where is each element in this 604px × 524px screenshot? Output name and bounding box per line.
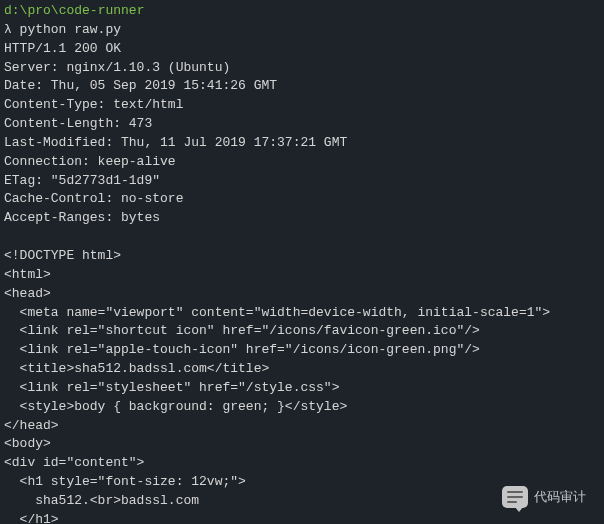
prompt-symbol: λ [4, 22, 20, 37]
path-drive: d: [4, 3, 20, 18]
output-line: <title>sha512.badssl.com</title> [4, 360, 600, 379]
path-sep2: \ [51, 3, 59, 18]
output-line [4, 228, 600, 247]
output-line: </head> [4, 417, 600, 436]
path-dir2: code-runner [59, 3, 145, 18]
terminal-output: d:\pro\code-runner λ python raw.py HTTP/… [0, 0, 604, 524]
output-block: HTTP/1.1 200 OKServer: nginx/1.10.3 (Ubu… [4, 40, 600, 524]
output-line: <html> [4, 266, 600, 285]
output-line: Server: nginx/1.10.3 (Ubuntu) [4, 59, 600, 78]
output-line: Cache-Control: no-store [4, 190, 600, 209]
output-line: <link rel="apple-touch-icon" href="/icon… [4, 341, 600, 360]
watermark-text: 代码审计 [534, 488, 586, 507]
output-line: Connection: keep-alive [4, 153, 600, 172]
watermark: 代码审计 [502, 486, 586, 508]
output-line: Last-Modified: Thu, 11 Jul 2019 17:37:21… [4, 134, 600, 153]
output-line: <div id="content"> [4, 454, 600, 473]
output-line: <link rel="stylesheet" href="/style.css"… [4, 379, 600, 398]
output-line: </h1> [4, 511, 600, 524]
output-line: <link rel="shortcut icon" href="/icons/f… [4, 322, 600, 341]
output-line: Accept-Ranges: bytes [4, 209, 600, 228]
output-line: Date: Thu, 05 Sep 2019 15:41:26 GMT [4, 77, 600, 96]
output-line: <body> [4, 435, 600, 454]
output-line: <meta name="viewport" content="width=dev… [4, 304, 600, 323]
output-line: Content-Length: 473 [4, 115, 600, 134]
output-line: <!DOCTYPE html> [4, 247, 600, 266]
output-line: <head> [4, 285, 600, 304]
output-line: HTTP/1.1 200 OK [4, 40, 600, 59]
path-dir1: pro [27, 3, 50, 18]
prompt-line[interactable]: λ python raw.py [4, 21, 600, 40]
cwd-line: d:\pro\code-runner [4, 2, 600, 21]
output-line: Content-Type: text/html [4, 96, 600, 115]
chat-icon [502, 486, 528, 508]
output-line: ETag: "5d2773d1-1d9" [4, 172, 600, 191]
output-line: <style>body { background: green; }</styl… [4, 398, 600, 417]
command-text: python raw.py [20, 22, 121, 37]
